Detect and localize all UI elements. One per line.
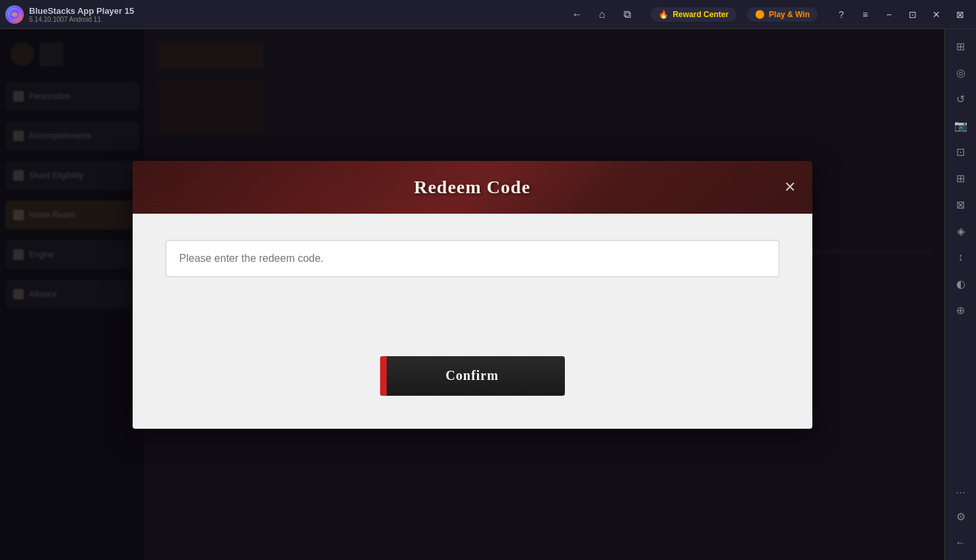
sidebar-btn-settings[interactable]: ⚙ <box>949 505 973 528</box>
window-controls: ? ≡ − ⊡ ✕ ⊠ <box>831 4 971 25</box>
modal-close-button[interactable]: ✕ <box>778 175 802 199</box>
sidebar-btn-8[interactable]: ↕ <box>949 245 973 269</box>
modal-body: Confirm <box>133 214 812 429</box>
home-button[interactable]: ⌂ <box>591 4 612 25</box>
confirm-button[interactable]: Confirm <box>380 356 565 396</box>
redeem-code-input[interactable] <box>166 240 779 277</box>
redeem-code-modal: Redeem Code ✕ Confirm <box>133 161 812 429</box>
sidebar-btn-3[interactable]: 📷 <box>949 113 973 137</box>
close-button[interactable]: ✕ <box>926 4 947 25</box>
coin-icon: 🟠 <box>755 10 765 19</box>
flame-icon: 🔥 <box>659 10 668 19</box>
app-info: BlueStacks App Player 15 5.14.10.1007 An… <box>29 6 134 23</box>
restore-button[interactable]: ⊡ <box>902 4 923 25</box>
right-sidebar: ⊞ ◎ ↺ 📷 ⊡ ⊞ ⊠ ◈ ↕ ◐ ⊕ … ⚙ ← <box>944 29 976 560</box>
tabs-button[interactable]: ⧉ <box>616 4 637 25</box>
modal-header: Redeem Code ✕ <box>133 161 812 214</box>
svg-point-1 <box>13 13 16 16</box>
sidebar-btn-2[interactable]: ↺ <box>949 87 973 111</box>
reward-center-label: Reward Center <box>672 10 729 19</box>
play-win-button[interactable]: 🟠 Play & Win <box>747 7 818 22</box>
reward-center-button[interactable]: 🔥 Reward Center <box>651 7 736 22</box>
app-name: BlueStacks App Player 15 <box>29 6 134 16</box>
sidebar-btn-back[interactable]: ← <box>949 531 973 555</box>
center-buttons: 🔥 Reward Center 🟠 Play & Win <box>651 7 818 22</box>
confirm-button-accent <box>380 356 387 396</box>
modal-title: Redeem Code <box>414 177 531 198</box>
titlebar: BlueStacks App Player 15 5.14.10.1007 An… <box>0 0 976 29</box>
sidebar-btn-0[interactable]: ⊞ <box>949 34 973 58</box>
snap-button[interactable]: ⊠ <box>950 4 971 25</box>
sidebar-btn-10[interactable]: ⊕ <box>949 298 973 322</box>
sidebar-btn-1[interactable]: ◎ <box>949 61 973 84</box>
sidebar-btn-more[interactable]: … <box>949 478 973 502</box>
menu-button[interactable]: ≡ <box>855 4 876 25</box>
app-version: 5.14.10.1007 Android 11 <box>29 16 134 23</box>
play-win-label: Play & Win <box>769 10 810 19</box>
sidebar-btn-9[interactable]: ◐ <box>949 272 973 296</box>
minimize-button[interactable]: − <box>878 4 899 25</box>
sidebar-btn-6[interactable]: ⊠ <box>949 193 973 216</box>
sidebar-btn-4[interactable]: ⊡ <box>949 140 973 164</box>
game-background: Personalize Accomplishments Shard Eligib… <box>0 29 944 560</box>
sidebar-btn-5[interactable]: ⊞ <box>949 166 973 190</box>
modal-overlay: Redeem Code ✕ Confirm <box>0 29 944 560</box>
main-content: Personalize Accomplishments Shard Eligib… <box>0 29 976 560</box>
sidebar-btn-7[interactable]: ◈ <box>949 219 973 243</box>
back-button[interactable]: ← <box>566 4 587 25</box>
nav-buttons: ← ⌂ ⧉ <box>566 4 637 25</box>
app-logo <box>5 5 24 24</box>
confirm-button-label: Confirm <box>445 368 498 383</box>
help-button[interactable]: ? <box>831 4 852 25</box>
